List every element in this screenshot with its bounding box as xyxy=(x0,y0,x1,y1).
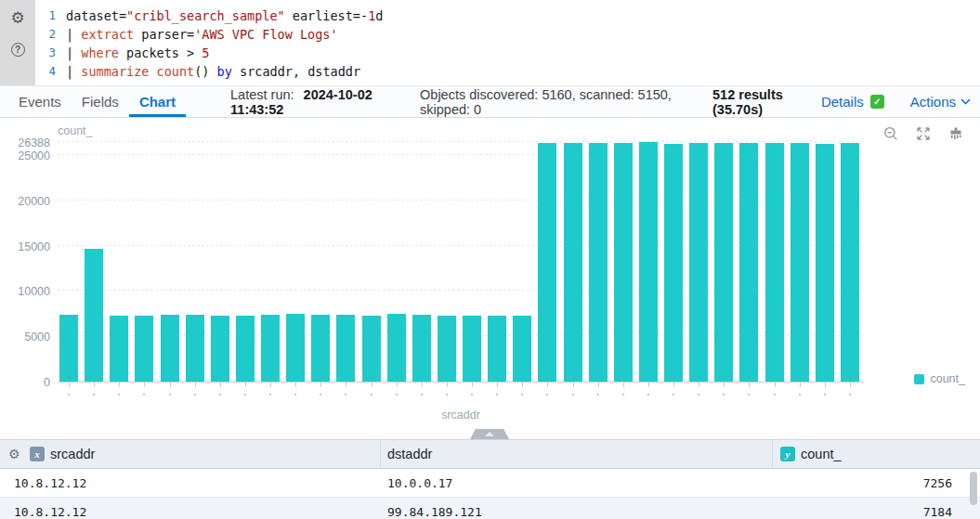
bar[interactable] xyxy=(614,143,633,382)
x-tick-label-dot xyxy=(371,394,372,396)
x-tick-label-dot xyxy=(143,394,145,396)
y-axis-tick-label: 10000 xyxy=(0,285,50,298)
cell-count[interactable]: 7184 xyxy=(773,505,980,519)
bar[interactable] xyxy=(739,143,758,382)
bar[interactable] xyxy=(765,143,784,382)
actions-menu[interactable]: Actions xyxy=(910,94,971,110)
bar[interactable] xyxy=(589,143,608,382)
query-line[interactable]: 3| where packets > 5 xyxy=(35,44,383,62)
bar[interactable] xyxy=(85,249,103,382)
column-label-dstaddr: dstaddr xyxy=(387,447,432,461)
table-row[interactable]: 10.8.12.1299.84.189.1217184 xyxy=(0,498,980,519)
x-tick-label-dot xyxy=(698,394,699,396)
table-collapse-handle[interactable] xyxy=(470,429,509,439)
bar-chart-plot[interactable] xyxy=(58,136,864,383)
query-line[interactable]: 4| summarize count() by srcaddr, dstaddr xyxy=(35,62,383,81)
tabbar-actions: Details ✓ Actions xyxy=(821,94,980,110)
bar[interactable] xyxy=(816,144,834,382)
bar[interactable] xyxy=(311,315,330,382)
cell-srcaddr[interactable]: 10.8.12.12 xyxy=(0,476,381,490)
bar[interactable] xyxy=(387,314,406,382)
chart-panel: count_ srcadd xyxy=(0,118,980,429)
x-tick-label-dot xyxy=(471,394,473,396)
bar[interactable] xyxy=(236,316,255,382)
bar[interactable] xyxy=(336,315,355,382)
cell-dstaddr[interactable]: 99.84.189.121 xyxy=(381,505,773,519)
x-tick-label-dot xyxy=(521,394,523,396)
column-header-count[interactable]: y count_ xyxy=(773,440,980,468)
query-line[interactable]: 2| extract parser='AWS VPC Flow Logs' xyxy=(35,25,383,44)
x-axis-tick xyxy=(673,383,674,387)
editor-icon-strip: ⚙ ? xyxy=(0,0,35,85)
bar[interactable] xyxy=(59,315,78,382)
expand-icon[interactable] xyxy=(916,126,931,141)
cell-dstaddr[interactable]: 10.0.0.17 xyxy=(381,476,773,490)
bar[interactable] xyxy=(261,315,280,382)
table-row[interactable]: 10.8.12.1210.0.0.177256 xyxy=(0,469,980,498)
details-link[interactable]: Details ✓ xyxy=(821,94,884,110)
bar[interactable] xyxy=(538,143,556,382)
bar[interactable] xyxy=(186,315,204,382)
x-axis-badge: x xyxy=(30,447,45,461)
x-tick-label-dot xyxy=(622,394,624,396)
tab-events[interactable]: Events xyxy=(8,86,72,117)
legend-swatch xyxy=(914,374,924,384)
bar[interactable] xyxy=(664,144,683,382)
objects-stats: Objects discovered: 5160, scanned: 5150,… xyxy=(420,87,697,117)
x-tick-label-dot xyxy=(849,394,851,396)
tab-chart[interactable]: Chart xyxy=(129,86,186,117)
query-text: | where packets > 5 xyxy=(66,44,209,62)
x-tick-label-dot xyxy=(748,394,750,396)
editor-settings-button[interactable]: ⚙ xyxy=(0,6,35,29)
bar[interactable] xyxy=(463,316,481,382)
bar[interactable] xyxy=(639,142,658,382)
query-editor[interactable]: ⚙ ? 1dataset="cribl_search_sample" earli… xyxy=(0,0,980,85)
x-axis-tick xyxy=(170,383,171,387)
column-header-dstaddr[interactable]: dstaddr xyxy=(381,440,773,468)
bar[interactable] xyxy=(513,316,531,382)
x-axis-tick xyxy=(320,383,321,387)
bar[interactable] xyxy=(286,314,305,382)
bar[interactable] xyxy=(438,316,456,382)
bar[interactable] xyxy=(362,316,381,382)
results-tabbar: Events Fields Chart Latest run: 2024-10-… xyxy=(0,85,980,118)
results-summary: 512 results (35.70s) xyxy=(712,87,821,117)
column-header-srcaddr[interactable]: ⚙ x srcaddr xyxy=(0,440,381,468)
bar[interactable] xyxy=(564,143,582,382)
cell-srcaddr[interactable]: 10.8.12.12 xyxy=(0,505,381,519)
tab-fields[interactable]: Fields xyxy=(72,86,129,117)
column-label-count: count_ xyxy=(801,447,842,461)
bar[interactable] xyxy=(412,315,431,382)
code-lines[interactable]: 1dataset="cribl_search_sample" earliest=… xyxy=(35,6,383,81)
run-metadata: Latest run: 2024-10-02 11:43:52 Objects … xyxy=(230,87,821,117)
bar[interactable] xyxy=(714,143,733,382)
bar[interactable] xyxy=(791,143,809,382)
bar[interactable] xyxy=(689,143,708,382)
table-settings-icon[interactable]: ⚙ xyxy=(8,448,22,461)
bar[interactable] xyxy=(841,143,859,382)
cell-count[interactable]: 7256 xyxy=(773,476,980,490)
y-axis-tick-label: 5000 xyxy=(0,331,50,344)
x-axis-tick xyxy=(195,383,196,387)
bar[interactable] xyxy=(488,316,506,382)
x-axis-tick xyxy=(346,383,346,387)
editor-help-button[interactable]: ? xyxy=(0,38,35,60)
x-axis-tick xyxy=(648,383,649,387)
triangle-up-icon xyxy=(485,432,494,436)
bar[interactable] xyxy=(135,316,153,382)
scrollbar-thumb[interactable] xyxy=(970,472,977,505)
x-axis-title: srcaddr xyxy=(58,409,864,422)
y-axis-tick-label: 15000 xyxy=(0,240,50,253)
x-axis-tick xyxy=(295,383,296,387)
zoom-out-icon[interactable] xyxy=(883,126,898,141)
line-number: 3 xyxy=(35,44,56,62)
legend[interactable]: count_ xyxy=(914,372,965,385)
y-axis-tick-label: 0 xyxy=(0,376,50,389)
y-axis-badge: y xyxy=(780,447,795,461)
bar[interactable] xyxy=(110,316,128,382)
chart-style-brush-icon[interactable] xyxy=(948,126,963,141)
bar[interactable] xyxy=(161,315,179,382)
bar[interactable] xyxy=(211,316,229,382)
x-tick-label-dot xyxy=(597,394,599,396)
query-line[interactable]: 1dataset="cribl_search_sample" earliest=… xyxy=(35,6,383,25)
